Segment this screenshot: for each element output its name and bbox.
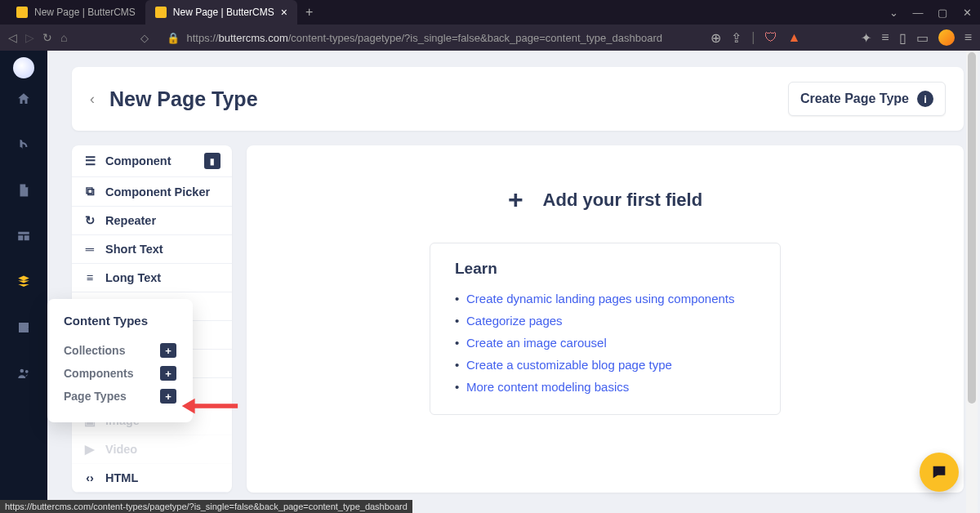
learn-link[interactable]: More content modeling basics: [455, 376, 755, 398]
users-icon[interactable]: [16, 366, 31, 381]
scrollbar-thumb[interactable]: [968, 52, 976, 404]
chevron-down-icon[interactable]: ⌄: [887, 7, 900, 19]
content-types-icon[interactable]: [16, 274, 31, 289]
annotation-arrow: [178, 394, 239, 422]
close-window-icon[interactable]: ✕: [960, 7, 973, 19]
create-page-type-button[interactable]: Create Page Type i: [788, 82, 946, 116]
learn-link[interactable]: Create an image carousel: [455, 332, 755, 354]
list-icon[interactable]: ≡: [881, 30, 889, 45]
info-icon: i: [917, 91, 933, 107]
close-tab-icon[interactable]: ×: [281, 6, 287, 19]
layers-icon: ☰: [83, 154, 96, 167]
popover-components[interactable]: Components +: [64, 362, 176, 385]
extensions-icon[interactable]: ✦: [861, 30, 871, 46]
learn-panel: Learn Create dynamic landing pages using…: [430, 243, 781, 415]
add-component-button[interactable]: +: [160, 366, 176, 381]
picker-icon: ⧉: [83, 185, 96, 199]
tab-title: New Page | ButterCMS: [34, 7, 136, 18]
lock-icon: 🔒: [167, 32, 180, 44]
address-bar: ◁ ▷ ↻ ⌂ ◇ 🔒 https://buttercms.com/conten…: [0, 25, 980, 51]
tab-inactive[interactable]: New Page | ButterCMS: [7, 0, 145, 25]
field-long-text[interactable]: ≡Long Text: [72, 264, 232, 292]
minimize-icon[interactable]: —: [911, 7, 924, 19]
favicon: [16, 7, 28, 18]
favicon: [155, 7, 167, 18]
tab-title: New Page | ButterCMS: [173, 7, 274, 18]
field-component[interactable]: ☰Component ▮: [72, 145, 232, 177]
new-tab-button[interactable]: +: [297, 5, 321, 20]
video-icon: ▶: [83, 443, 96, 456]
shield-icon[interactable]: 🛡: [764, 30, 777, 45]
home-icon[interactable]: ⌂: [60, 31, 67, 44]
status-bar: https://buttercms.com/content-types/page…: [0, 500, 412, 513]
zoom-icon[interactable]: ⊕: [710, 30, 721, 46]
home-icon[interactable]: [16, 91, 31, 106]
learn-link[interactable]: Categorize pages: [455, 310, 755, 332]
add-field-label: Add your first field: [543, 190, 703, 211]
field-component-picker[interactable]: ⧉Component Picker: [72, 177, 232, 207]
create-button-label: Create Page Type: [800, 91, 909, 106]
field-html[interactable]: ‹›HTML: [72, 464, 232, 493]
learn-link[interactable]: Create a customizable blog page type: [455, 354, 755, 376]
warning-icon[interactable]: ▲: [787, 30, 800, 45]
table-icon[interactable]: [16, 229, 31, 243]
chat-widget[interactable]: [920, 453, 959, 492]
url-field[interactable]: ◇ 🔒 https://buttercms.com/content-types/…: [140, 32, 702, 44]
popover-title: Content Types: [64, 314, 176, 328]
left-nav-rail: [0, 51, 47, 513]
popover-page-types[interactable]: Page Types +: [64, 385, 176, 408]
back-icon[interactable]: ◁: [8, 31, 17, 44]
browser-titlebar: New Page | ButterCMS New Page | ButterCM…: [0, 0, 980, 25]
url-text: https://buttercms.com/content-types/page…: [186, 32, 662, 44]
code-icon: ‹›: [83, 471, 96, 484]
learn-heading: Learn: [455, 260, 755, 278]
tab-active[interactable]: New Page | ButterCMS ×: [145, 0, 297, 25]
page-header: ‹ New Page Type Create Page Type i: [72, 67, 964, 131]
field-canvas: + Add your first field Learn Create dyna…: [247, 145, 964, 493]
short-text-icon: ═: [83, 243, 96, 256]
add-first-field[interactable]: + Add your first field: [508, 185, 702, 215]
brand-logo[interactable]: [13, 57, 34, 78]
menu-icon[interactable]: ≡: [964, 30, 972, 45]
share-icon[interactable]: ⇪: [731, 30, 742, 46]
svg-point-0: [20, 369, 24, 373]
bookmark-icon[interactable]: ◇: [140, 32, 149, 44]
profile-avatar[interactable]: [938, 29, 955, 46]
popover-collections[interactable]: Collections +: [64, 339, 176, 362]
maximize-icon[interactable]: ▢: [936, 7, 949, 19]
forward-icon[interactable]: ▷: [25, 31, 34, 44]
blog-icon[interactable]: [16, 137, 31, 152]
field-short-text[interactable]: ═Short Text: [72, 235, 232, 264]
add-page-type-button[interactable]: +: [160, 389, 176, 404]
svg-point-1: [25, 370, 29, 373]
back-button[interactable]: ‹: [90, 91, 95, 108]
content-types-popover: Content Types Collections + Components +…: [47, 299, 193, 422]
panel-icon[interactable]: ▯: [899, 30, 906, 46]
page-title: New Page Type: [109, 87, 258, 111]
window-controls: ⌄ — ▢ ✕: [887, 7, 973, 19]
library-icon[interactable]: ▮: [204, 153, 220, 169]
app-frame: ‹ New Page Type Create Page Type i ☰Comp…: [0, 51, 980, 513]
field-repeater[interactable]: ↻Repeater: [72, 207, 232, 235]
long-text-icon: ≡: [83, 271, 96, 284]
main-content: ‹ New Page Type Create Page Type i ☰Comp…: [47, 51, 980, 513]
wallet-icon[interactable]: ▭: [916, 30, 929, 46]
add-collection-button[interactable]: +: [160, 343, 176, 358]
repeat-icon: ↻: [83, 214, 96, 227]
learn-link[interactable]: Create dynamic landing pages using compo…: [455, 288, 755, 310]
toolbar-icons: ⊕ ⇪ | 🛡 ▲ ✦ ≡ ▯ ▭ ≡: [710, 29, 972, 46]
scrollbar[interactable]: [966, 51, 978, 513]
reload-icon[interactable]: ↻: [42, 31, 52, 44]
field-video[interactable]: ▶Video: [72, 435, 232, 464]
plus-icon: +: [508, 185, 523, 215]
page-icon[interactable]: [16, 183, 31, 198]
media-icon[interactable]: [16, 320, 31, 335]
